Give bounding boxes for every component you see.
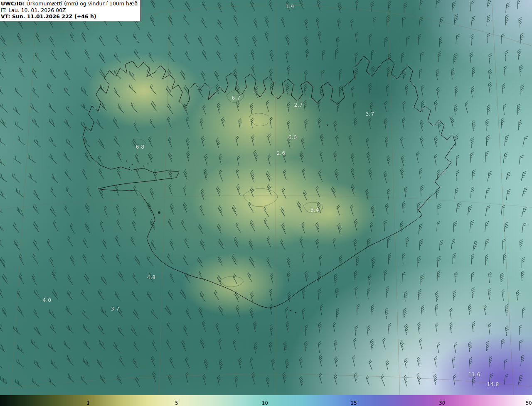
colorbar-tick-label: 50: [526, 401, 532, 406]
precipitation-field: [0, 0, 532, 395]
valid-time-value: Sun. 11.01.2026 22Z: [12, 13, 73, 20]
valid-time-label: VT:: [1, 13, 10, 20]
init-time-line: IT: Lau. 10. 01. 2026 00Z: [1, 7, 138, 14]
init-time-value: Lau. 10. 01. 2026 00Z: [8, 7, 66, 13]
colorbar-tick-label: 15: [351, 401, 357, 406]
map-title-box: UWC/IG: Úrkomumætti (mm) og vindur í 100…: [0, 0, 141, 21]
colorbar-tick-label: 30: [439, 401, 445, 406]
precipitation-colorbar: 1510153050: [0, 395, 532, 406]
colorbar-tick-label: 5: [175, 401, 178, 406]
colorbar-tick-label: 1: [87, 401, 90, 406]
valid-time-line: VT: Sun. 11.01.2026 22Z (+46 h): [1, 13, 138, 20]
valid-time-offset: (+46 h): [74, 13, 96, 20]
model-id: UWC/IG:: [1, 0, 25, 7]
map-title: Úrkomumætti (mm) og vindur í 100m hæð: [27, 0, 138, 7]
weather-map-viewport: 3.96.72.73.76.02.66.83.44.84.03.711.614.…: [0, 0, 532, 406]
map-title-line: UWC/IG: Úrkomumætti (mm) og vindur í 100…: [1, 0, 138, 7]
colorbar-tick-label: 10: [262, 401, 268, 406]
map-canvas: 3.96.72.73.76.02.66.83.44.84.03.711.614.…: [0, 0, 532, 395]
init-time-label: IT:: [1, 7, 7, 13]
